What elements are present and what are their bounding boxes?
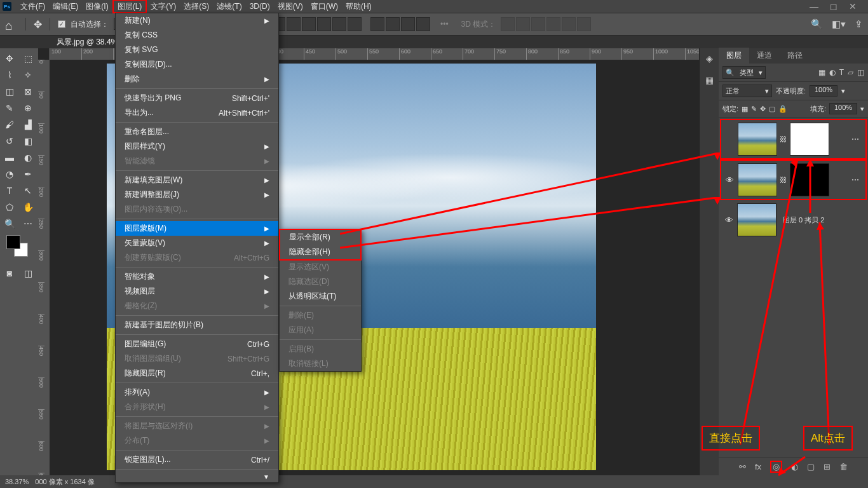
layer-row[interactable]: ⛓ ⋯ — [720, 119, 867, 159]
quickmask-tool[interactable]: ◙ — [1, 266, 18, 281]
shape-tool[interactable]: ⬠ — [1, 200, 18, 215]
menu-文件(F)[interactable]: 文件(F) — [17, 1, 49, 12]
filter-adjust-icon[interactable]: ◐ — [829, 68, 836, 77]
move-tool[interactable]: ✥ — [1, 51, 18, 66]
frame-tool[interactable]: ⊠ — [20, 84, 36, 99]
lock-all-icon[interactable]: 🔒 — [778, 105, 787, 113]
menu-item[interactable]: 视频图层▶ — [116, 284, 278, 299]
search-icon[interactable]: 🔍 — [811, 18, 823, 30]
menu-item[interactable]: 排列(A)▶ — [116, 385, 278, 400]
distribute-icon[interactable] — [370, 17, 384, 31]
distribute-icon[interactable] — [416, 17, 430, 31]
color-swatches[interactable] — [1, 233, 37, 264]
distribute-icon[interactable] — [401, 17, 415, 31]
close-icon[interactable]: ✕ — [849, 1, 857, 11]
pen-tool[interactable]: ✒ — [20, 166, 36, 182]
menu-3D(D)[interactable]: 3D(D) — [246, 1, 274, 12]
visibility-toggle[interactable]: 👁 — [724, 175, 735, 185]
hand-tool[interactable]: ✋ — [20, 200, 36, 215]
add-mask-button[interactable]: ◎ — [770, 461, 782, 473]
lock-pixels-icon[interactable]: ✎ — [751, 105, 757, 113]
lock-position-icon[interactable]: ✥ — [760, 105, 766, 113]
menu-item[interactable]: 重命名图层... — [116, 125, 278, 139]
history-brush-tool[interactable]: ↺ — [1, 133, 18, 149]
menu-item[interactable]: 导出为...Alt+Shift+Ctrl+' — [116, 105, 278, 120]
delete-icon[interactable]: 🗑 — [839, 462, 848, 471]
menu-滤镜(T)[interactable]: 滤镜(T) — [213, 1, 245, 12]
align-icon[interactable] — [317, 17, 331, 31]
zoom-tool[interactable]: 🔍 — [1, 216, 18, 231]
lock-transparent-icon[interactable]: ▦ — [742, 105, 748, 113]
filter-smart-icon[interactable]: ◫ — [857, 68, 864, 77]
edit-toolbar[interactable]: ⋯ — [20, 216, 36, 231]
share-icon[interactable]: ⇪ — [855, 18, 863, 30]
panel-icon[interactable]: ◈ — [706, 53, 713, 64]
layer-row[interactable]: 👁 图层 0 拷贝 2 — [720, 200, 867, 240]
eyedropper-tool[interactable]: ✎ — [1, 100, 18, 116]
mask-link-icon[interactable]: ⛓ — [780, 135, 787, 143]
filter-type-select[interactable]: 🔍类型▾ — [722, 66, 766, 79]
zoom-level[interactable]: 38.37% — [5, 478, 29, 485]
menu-item[interactable]: 新建(N)▶ — [116, 13, 278, 28]
auto-select-checkbox[interactable]: ✓ — [58, 20, 65, 28]
gradient-tool[interactable]: ▬ — [1, 150, 18, 165]
fx-icon[interactable]: fx — [755, 462, 761, 471]
visibility-toggle[interactable]: 👁 — [723, 215, 735, 225]
brush-tool[interactable]: 🖌 — [1, 117, 18, 132]
mask-thumbnail-white[interactable] — [790, 123, 829, 156]
menu-item[interactable]: 矢量蒙版(V)▶ — [116, 236, 278, 250]
menu-图层(L)[interactable]: 图层(L) — [112, 0, 147, 13]
mask-link-icon[interactable]: ⛓ — [780, 176, 787, 184]
menu-选择(S)[interactable]: 选择(S) — [180, 1, 213, 12]
type-tool[interactable]: T — [1, 183, 18, 198]
blur-tool[interactable]: ◐ — [20, 150, 36, 165]
layer-thumbnail[interactable] — [737, 203, 776, 236]
menu-编辑(E)[interactable]: 编辑(E) — [49, 1, 82, 12]
fill-value[interactable]: 100% — [829, 103, 857, 114]
submenu-hide-all[interactable]: 隐藏全部(H) — [280, 245, 360, 259]
menu-item[interactable]: 图层编组(G)Ctrl+G — [116, 337, 278, 351]
dodge-tool[interactable]: ◔ — [1, 166, 18, 182]
stamp-tool[interactable]: ▟ — [20, 117, 36, 132]
magic-wand-tool[interactable]: ✧ — [20, 67, 36, 83]
filter-shape-icon[interactable]: ▱ — [848, 68, 853, 77]
blend-mode-select[interactable]: 正常▾ — [722, 85, 772, 97]
layer-thumbnail[interactable] — [738, 123, 777, 156]
filter-type-icon[interactable]: T — [839, 68, 844, 77]
menu-item[interactable]: 图层样式(Y)▶ — [116, 139, 278, 154]
adjustment-icon[interactable]: ◐ — [791, 462, 798, 471]
marquee-tool[interactable]: ⬚ — [20, 51, 36, 66]
opacity-value[interactable]: 100% — [810, 85, 837, 97]
home-icon[interactable] — [5, 18, 18, 30]
panel-icon[interactable]: ▦ — [705, 75, 714, 85]
path-tool[interactable]: ↖ — [20, 183, 36, 198]
menu-item[interactable]: 智能对象▶ — [116, 269, 278, 284]
tab-layers[interactable]: 图层 — [719, 48, 749, 64]
menu-视图(V)[interactable]: 视图(V) — [274, 1, 307, 12]
minimize-icon[interactable]: — — [810, 1, 818, 11]
menu-图像(I)[interactable]: 图像(I) — [82, 1, 112, 12]
crop-tool[interactable]: ◫ — [1, 84, 18, 99]
align-icon[interactable] — [332, 17, 346, 31]
filter-pixel-icon[interactable]: ▦ — [818, 68, 825, 77]
lasso-tool[interactable]: ⌇ — [1, 67, 18, 83]
layer-thumbnail[interactable] — [738, 163, 777, 196]
menu-窗口(W)[interactable]: 窗口(W) — [307, 1, 342, 12]
menu-帮助(H)[interactable]: 帮助(H) — [342, 1, 376, 12]
menu-item[interactable]: 复制 SVG — [116, 43, 278, 57]
align-icon[interactable] — [287, 17, 301, 31]
submenu-reveal-all[interactable]: 显示全部(R) — [280, 230, 360, 245]
submenu-from-transparency[interactable]: 从透明区域(T) — [280, 289, 361, 304]
menu-item[interactable]: 复制图层(D)... — [116, 57, 278, 72]
distribute-icon[interactable] — [386, 17, 400, 31]
tab-channels[interactable]: 通道 — [749, 48, 780, 64]
menu-item[interactable]: 隐藏图层(R)Ctrl+, — [116, 366, 278, 381]
workspace-icon[interactable]: ◧▾ — [832, 18, 846, 30]
menu-item[interactable]: 新建填充图层(W)▶ — [116, 173, 278, 187]
lock-artboard-icon[interactable]: ▢ — [769, 105, 775, 113]
heal-tool[interactable]: ⊕ — [20, 100, 36, 116]
menu-item[interactable]: 图层蒙版(M)▶ — [116, 221, 278, 236]
align-icon[interactable] — [302, 17, 316, 31]
move-tool-icon[interactable]: ✥ — [34, 18, 42, 30]
layer-row[interactable]: 👁 ⛓ ⋯ — [720, 159, 867, 200]
